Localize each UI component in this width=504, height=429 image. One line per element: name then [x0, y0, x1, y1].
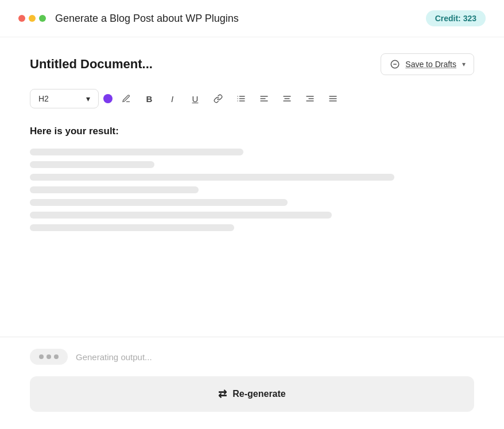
skeleton-line [30, 186, 199, 193]
regenerate-button[interactable]: ⇄ Re-generate [30, 376, 474, 412]
credit-badge: Credit: 323 [426, 10, 486, 26]
typing-dot-2 [46, 354, 51, 359]
skeleton-line [30, 224, 234, 231]
list-button[interactable] [232, 89, 250, 108]
bold-button[interactable]: B [140, 89, 158, 108]
save-drafts-label: Save to Drafts [405, 60, 456, 69]
dot-red [18, 15, 25, 22]
header-left: Generate a Blog Post about WP Plugins [18, 13, 239, 25]
heading-select[interactable]: H2 ▾ [30, 89, 99, 108]
italic-icon: I [171, 94, 173, 104]
doc-header-row: Untitled Document... Save to Drafts ▾ [30, 53, 474, 75]
skeleton-content [30, 149, 474, 248]
typing-dot-1 [39, 354, 44, 359]
align-right-button[interactable] [301, 89, 319, 108]
dot-green [39, 15, 46, 22]
formatting-toolbar: H2 ▾ B I U [30, 89, 474, 108]
chevron-down-icon: ▾ [462, 60, 466, 68]
heading-select-value: H2 [38, 94, 49, 103]
italic-button[interactable]: I [163, 89, 181, 108]
skeleton-line [30, 149, 243, 155]
underline-icon: U [192, 94, 199, 104]
generating-status-text: Generating output... [76, 352, 152, 362]
typing-dot-3 [54, 354, 59, 359]
document-area: Untitled Document... Save to Drafts ▾ H2… [0, 37, 504, 337]
window-dots [18, 15, 46, 22]
document-title: Untitled Document... [30, 57, 153, 72]
result-heading: Here is your result: [30, 126, 474, 137]
heading-select-chevron: ▾ [86, 94, 90, 103]
link-button[interactable] [209, 89, 227, 108]
align-justify-button[interactable] [324, 89, 342, 108]
app-header: Generate a Blog Post about WP Plugins Cr… [0, 0, 504, 37]
generating-row: Generating output... [30, 349, 474, 365]
align-left-button[interactable] [255, 89, 273, 108]
bottom-section: Generating output... ⇄ Re-generate [0, 337, 504, 429]
highlight-button[interactable] [117, 89, 135, 108]
dot-yellow [29, 15, 36, 22]
save-icon [389, 58, 401, 70]
align-center-button[interactable] [278, 89, 296, 108]
save-to-drafts-button[interactable]: Save to Drafts ▾ [381, 53, 474, 75]
skeleton-line [30, 199, 288, 206]
regenerate-label: Re-generate [232, 389, 285, 399]
page-title: Generate a Blog Post about WP Plugins [55, 13, 239, 25]
skeleton-line [30, 174, 394, 181]
regenerate-icon: ⇄ [218, 388, 227, 400]
typing-indicator [30, 349, 68, 365]
underline-button[interactable]: U [186, 89, 204, 108]
skeleton-line [30, 161, 154, 168]
bold-icon: B [146, 94, 153, 104]
color-picker-dot[interactable] [103, 94, 113, 103]
skeleton-line [30, 212, 332, 219]
